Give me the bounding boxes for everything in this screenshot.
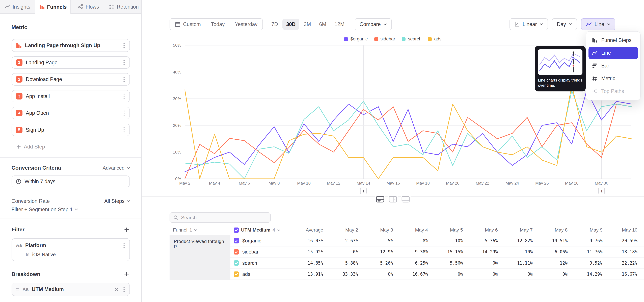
yesterday-button[interactable]: Yesterday xyxy=(230,18,262,30)
advanced-dropdown[interactable]: Advanced xyxy=(103,165,130,171)
average-value: 14.85% xyxy=(292,260,323,266)
day-value: 0% xyxy=(323,249,358,254)
filter-value[interactable]: iOS Native xyxy=(32,252,56,257)
kebab-menu-icon[interactable] xyxy=(122,242,126,249)
search-input[interactable] xyxy=(181,215,267,220)
range-6m-button[interactable]: 6M xyxy=(316,18,330,30)
breakdown-utm-card[interactable]: Aa UTM Medium xyxy=(12,283,130,296)
add-breakdown-button[interactable] xyxy=(123,271,130,277)
drag-handle[interactable] xyxy=(16,288,19,290)
range-7d-button[interactable]: 7D xyxy=(268,18,282,30)
conversion-window[interactable]: Within 7 days xyxy=(12,176,130,188)
filter-platform-card[interactable]: Aa Platform Is iOS Native xyxy=(12,238,130,261)
line-chart-icon xyxy=(592,50,598,55)
average-column-header[interactable]: Average xyxy=(292,227,323,233)
funnel-step-app-install[interactable]: 3 App Install xyxy=(12,90,130,102)
legend-item-ads[interactable]: ads xyxy=(428,36,442,42)
filter-section-title: Filter xyxy=(12,226,25,233)
range-3m-button[interactable]: 3M xyxy=(300,18,314,30)
day-column-header[interactable]: May 9 xyxy=(568,227,602,233)
day-column-header[interactable]: May 7 xyxy=(498,227,533,233)
series-line-organic[interactable] xyxy=(185,90,631,172)
plus-icon xyxy=(124,272,129,276)
day-column-header[interactable]: May 3 xyxy=(358,227,393,233)
menu-item-line[interactable]: Line xyxy=(588,47,638,59)
row-checkbox[interactable] xyxy=(234,260,239,266)
divider xyxy=(0,158,142,158)
layout-side-by-side-button[interactable] xyxy=(388,196,398,203)
custom-date-button[interactable]: Custom xyxy=(170,18,206,30)
kebab-menu-icon[interactable] xyxy=(122,110,126,116)
today-button[interactable]: Today xyxy=(206,18,230,30)
all-steps-dropdown[interactable]: All Steps xyxy=(104,198,130,204)
day-column-header[interactable]: May 2 xyxy=(323,227,358,233)
tab-insights[interactable]: Insights xyxy=(0,0,36,14)
funnel-group-cell[interactable]: Product Viewed through P... xyxy=(170,236,230,280)
funnel-step-landing-page[interactable]: 1 Landing Page xyxy=(12,56,130,68)
table-row-sidebar[interactable]: sidebar 15.92%0%12.9%9.38%15.15%14.29%10… xyxy=(230,246,644,258)
table-row-ads[interactable]: ads 13.91%33.33%0%16.67%0%0%0%0%14.29%16… xyxy=(230,269,644,280)
series-line-sidebar[interactable] xyxy=(185,104,631,179)
day-column-header[interactable]: May 5 xyxy=(428,227,463,233)
range-12m-button[interactable]: 12M xyxy=(331,18,348,30)
series-line-search[interactable] xyxy=(185,90,631,179)
compare-button[interactable]: Compare xyxy=(355,18,392,30)
funnel-column-header[interactable]: Funnel 1 xyxy=(170,227,230,233)
day-column-header[interactable]: May 10 xyxy=(602,227,638,233)
interval-day-button[interactable]: Day xyxy=(552,18,577,30)
tab-funnels[interactable]: Funnels xyxy=(36,0,71,14)
chevron-down-icon xyxy=(126,200,130,202)
range-30d-button[interactable]: 30D xyxy=(282,18,299,30)
day-value: 22.22% xyxy=(602,260,638,266)
day-column-header[interactable]: May 8 xyxy=(533,227,568,233)
row-checkbox[interactable] xyxy=(234,238,239,244)
kebab-menu-icon[interactable] xyxy=(122,59,126,66)
breakdown-table: Funnel 1 UTM Medium 4 Average May 2May 3… xyxy=(170,225,644,280)
funnel-step-sign-up[interactable]: 5 Sign Up xyxy=(12,124,130,136)
select-all-checkbox[interactable] xyxy=(234,228,239,233)
row-checkbox[interactable] xyxy=(234,249,239,255)
linear-scale-button[interactable]: Linear xyxy=(510,18,548,30)
layout-chart-only-button[interactable] xyxy=(401,196,410,203)
kebab-menu-icon[interactable] xyxy=(122,126,126,134)
kebab-menu-icon[interactable] xyxy=(122,286,126,293)
day-column-header[interactable]: May 6 xyxy=(463,227,498,233)
chart-type-button[interactable]: Line xyxy=(581,18,615,30)
day-value: 5.26% xyxy=(358,260,393,266)
svg-text:May 24: May 24 xyxy=(506,181,519,186)
breakdown-count: 4 xyxy=(272,227,275,233)
legend-label: $organic xyxy=(350,36,368,42)
kebab-menu-icon[interactable] xyxy=(122,76,126,83)
tab-retention[interactable]: Retention xyxy=(106,0,142,14)
add-step-button[interactable]: Add Step xyxy=(12,141,130,152)
remove-breakdown-icon[interactable] xyxy=(114,287,119,292)
day-column-header[interactable]: May 4 xyxy=(393,227,428,233)
svg-text:May 26: May 26 xyxy=(535,181,549,186)
filter-segment-dropdown[interactable]: Filter + Segment on Step 1 xyxy=(12,206,130,212)
svg-text:May 16: May 16 xyxy=(386,181,400,186)
breakdown-column-header[interactable]: UTM Medium 4 xyxy=(230,227,292,233)
menu-item-bar[interactable]: Bar xyxy=(588,60,638,72)
menu-item-metric[interactable]: Metric xyxy=(588,72,638,84)
funnel-step-app-open[interactable]: 4 App Open xyxy=(12,107,130,119)
funnel-title-card[interactable]: Landing Page through Sign Up xyxy=(12,39,130,52)
layout-chart-table-button[interactable] xyxy=(375,196,385,203)
day-value: 16.67% xyxy=(602,272,638,277)
tab-flows[interactable]: Flows xyxy=(71,0,106,14)
row-checkbox[interactable] xyxy=(234,272,239,277)
linear-axis-icon xyxy=(514,22,520,27)
legend-item-search[interactable]: search xyxy=(402,36,422,42)
chevron-down-icon xyxy=(384,23,387,25)
series-line-ads[interactable] xyxy=(185,85,631,179)
add-filter-button[interactable] xyxy=(123,226,130,233)
kebab-menu-icon[interactable] xyxy=(122,92,126,100)
table-row-search[interactable]: search 14.85%5.88%5.26%6.25%5.56%0%11.11… xyxy=(230,258,644,268)
day-value: 5.88% xyxy=(323,260,358,266)
menu-item-funnel-steps[interactable]: Funnel Steps xyxy=(588,34,638,46)
legend-item-sidebar[interactable]: sidebar xyxy=(374,36,395,42)
funnel-step-download-page[interactable]: 2 Download Page xyxy=(12,73,130,86)
kebab-menu-icon[interactable] xyxy=(122,42,126,49)
average-value: 13.91% xyxy=(292,272,323,277)
legend-item-organic[interactable]: $organic xyxy=(344,36,368,42)
table-row-organic[interactable]: $organic 16.03%2.63%5%8%10%5.36%12.82%19… xyxy=(230,236,644,246)
